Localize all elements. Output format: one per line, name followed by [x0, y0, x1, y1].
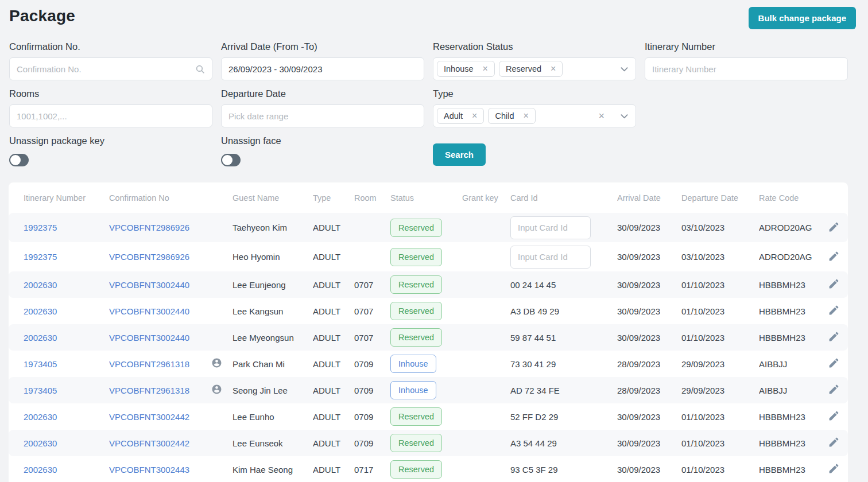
departure-date: 01/10/2023 [681, 306, 759, 316]
departure-date: 29/09/2023 [681, 386, 759, 395]
col-confirmation-no: Confirmation No [109, 193, 211, 203]
col-room: Room [354, 193, 390, 203]
edit-button[interactable] [827, 435, 841, 451]
status-cell: Reserved [390, 248, 462, 266]
guest-type: ADULT [313, 412, 354, 422]
pencil-icon [828, 383, 840, 397]
col-itinerary-number: Itinerary Number [24, 193, 109, 203]
itinerary-link[interactable]: 1973405 [24, 359, 109, 369]
type-select[interactable]: Adult×Child× × [433, 104, 636, 127]
clear-selection-icon[interactable]: × [598, 111, 604, 121]
type-chips: Adult×Child× [437, 108, 594, 124]
itinerary-link[interactable]: 1973405 [24, 386, 109, 395]
filter-arrival-date: Arrival Date (From -To) [221, 33, 424, 80]
status-cell: Reserved [390, 328, 462, 347]
arrival-date: 30/09/2023 [617, 252, 681, 262]
edit-button[interactable] [827, 220, 841, 236]
guest-type: ADULT [313, 438, 354, 448]
pencil-icon [828, 250, 840, 264]
card-id-cell: 73 30 41 29 [510, 359, 617, 369]
status-badge: Reserved [390, 302, 442, 320]
departure-date: 01/10/2023 [681, 412, 759, 422]
edit-button[interactable] [827, 356, 841, 372]
search-button[interactable]: Search [433, 143, 486, 166]
card-id-cell [510, 246, 617, 269]
rate-code: HBBBMH23 [759, 280, 827, 290]
itinerary-link[interactable]: 2002630 [24, 438, 109, 448]
itinerary-link[interactable]: 2002630 [24, 306, 109, 316]
itinerary-link[interactable]: 1992375 [24, 223, 109, 232]
remove-tag-icon[interactable]: × [523, 111, 528, 120]
edit-button[interactable] [827, 277, 841, 293]
edit-cell [827, 249, 848, 265]
confirmation-link[interactable]: VPCOBFNT3002440 [109, 306, 211, 316]
pencil-icon [828, 278, 840, 291]
pencil-icon [828, 436, 840, 450]
remove-tag-icon[interactable]: × [483, 64, 488, 73]
confirmation-link[interactable]: VPCOBFNT3002442 [109, 412, 211, 422]
edit-button[interactable] [827, 409, 841, 425]
confirmation-no-input[interactable] [17, 64, 191, 74]
rooms-input[interactable] [17, 111, 205, 121]
status-badge: Reserved [390, 219, 442, 237]
pencil-icon [828, 331, 840, 344]
status-cell: Reserved [390, 302, 462, 320]
edit-cell [827, 220, 848, 236]
table-row: 2002630VPCOBFNT3002440Lee MyeongsunADULT… [9, 324, 848, 351]
unassign-face-toggle[interactable] [221, 154, 241, 166]
col-arrival-date: Arrival Date [617, 193, 681, 203]
guest-name: Park Chan Mi [232, 359, 313, 369]
confirmation-link[interactable]: VPCOBFNT3002443 [109, 465, 211, 475]
confirmation-link[interactable]: VPCOBFNT2961318 [109, 386, 211, 395]
confirmation-link[interactable]: VPCOBFNT3002442 [109, 438, 211, 448]
table-row: 2002630VPCOBFNT3002440Lee EunjeongADULT0… [9, 271, 848, 298]
unassign-package-key-toggle[interactable] [9, 154, 29, 166]
arrival-date: 30/09/2023 [617, 223, 681, 232]
card-id-value: A3 DB 49 29 [510, 306, 559, 316]
filter-unassign-package-key: Unassign package key [9, 127, 212, 166]
itinerary-link[interactable]: 2002630 [24, 333, 109, 343]
confirmation-link[interactable]: VPCOBFNT2986926 [109, 223, 211, 232]
arrival-date-control [221, 57, 424, 80]
arrival-date: 28/09/2023 [617, 359, 681, 369]
remove-tag-icon[interactable]: × [472, 111, 477, 120]
toggle-knob [222, 155, 232, 165]
reservation-status-select[interactable]: Inhouse×Reserved× [433, 57, 636, 80]
edit-cell [827, 409, 848, 425]
itinerary-link[interactable]: 2002630 [24, 280, 109, 290]
bulk-change-package-button[interactable]: Bulk change package [749, 7, 856, 29]
card-id-input[interactable] [510, 246, 591, 269]
itinerary-link[interactable]: 2002630 [24, 412, 109, 422]
guest-type: ADULT [313, 333, 354, 343]
arrival-date-input[interactable] [228, 64, 417, 74]
remove-tag-icon[interactable]: × [551, 64, 556, 73]
rate-code: ADROD20AG [759, 252, 827, 262]
arrival-date: 30/09/2023 [617, 412, 681, 422]
itinerary-number-input[interactable] [652, 64, 840, 74]
edit-button[interactable] [827, 329, 841, 345]
filter-spacer [645, 127, 848, 166]
table-body: 1992375VPCOBFNT2986926Taehyeon KimADULTR… [9, 213, 848, 482]
edit-button[interactable] [827, 382, 841, 398]
itinerary-link[interactable]: 2002630 [24, 465, 109, 475]
status-cell: Inhouse [390, 381, 462, 399]
edit-button[interactable] [827, 249, 841, 265]
filter-tag: Child× [488, 108, 535, 124]
guest-type: ADULT [313, 359, 354, 369]
status-badge: Reserved [390, 328, 442, 347]
unassign-face-label: Unassign face [221, 135, 424, 146]
pencil-icon [828, 462, 840, 476]
confirmation-link[interactable]: VPCOBFNT2986926 [109, 252, 211, 262]
guest-type: ADULT [313, 280, 354, 290]
arrival-date: 30/09/2023 [617, 280, 681, 290]
chevron-down-icon[interactable] [620, 65, 629, 73]
confirmation-link[interactable]: VPCOBFNT2961318 [109, 359, 211, 369]
departure-date-input[interactable] [228, 111, 417, 121]
edit-button[interactable] [827, 303, 841, 319]
edit-button[interactable] [827, 461, 841, 477]
itinerary-link[interactable]: 1992375 [24, 252, 109, 262]
chevron-down-icon[interactable] [620, 112, 629, 120]
confirmation-link[interactable]: VPCOBFNT3002440 [109, 333, 211, 343]
confirmation-link[interactable]: VPCOBFNT3002440 [109, 280, 211, 290]
card-id-input[interactable] [510, 216, 591, 239]
